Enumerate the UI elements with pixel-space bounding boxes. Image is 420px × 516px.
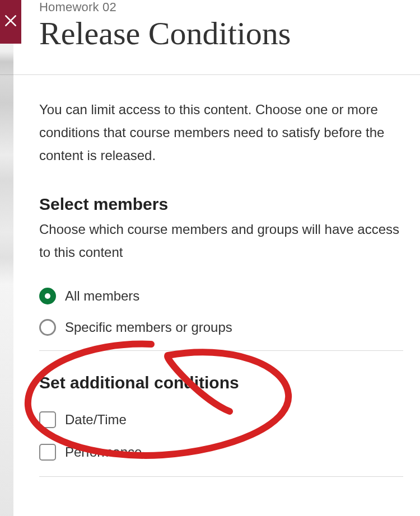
checkbox-unchecked-icon bbox=[39, 444, 56, 461]
checkbox-date-time-label: Date/Time bbox=[65, 412, 127, 428]
select-members-heading: Select members bbox=[39, 195, 403, 214]
checkbox-performance[interactable]: Performance bbox=[39, 444, 403, 461]
page-title: Release Conditions bbox=[39, 15, 403, 52]
panel-content: Homework 02 Release Conditions You can l… bbox=[0, 0, 420, 477]
radio-specific-members-label: Specific members or groups bbox=[65, 320, 232, 335]
checkbox-performance-label: Performance bbox=[65, 444, 142, 460]
close-button[interactable] bbox=[0, 0, 21, 44]
breadcrumb: Homework 02 bbox=[39, 0, 403, 15]
checkbox-date-time[interactable]: Date/Time bbox=[39, 411, 403, 428]
close-icon bbox=[3, 13, 18, 30]
radio-specific-members[interactable]: Specific members or groups bbox=[39, 319, 403, 336]
additional-conditions-heading: Set additional conditions bbox=[39, 373, 403, 392]
divider bbox=[0, 74, 420, 75]
page-description: You can limit access to this content. Ch… bbox=[39, 98, 403, 167]
background-left-edge bbox=[0, 0, 13, 516]
divider bbox=[39, 350, 403, 351]
divider bbox=[39, 476, 403, 477]
radio-unselected-icon bbox=[39, 319, 56, 336]
radio-all-members[interactable]: All members bbox=[39, 288, 403, 304]
radio-all-members-label: All members bbox=[65, 288, 139, 304]
checkbox-unchecked-icon bbox=[39, 411, 56, 428]
radio-selected-icon bbox=[39, 288, 56, 304]
select-members-description: Choose which course members and groups w… bbox=[39, 218, 403, 264]
